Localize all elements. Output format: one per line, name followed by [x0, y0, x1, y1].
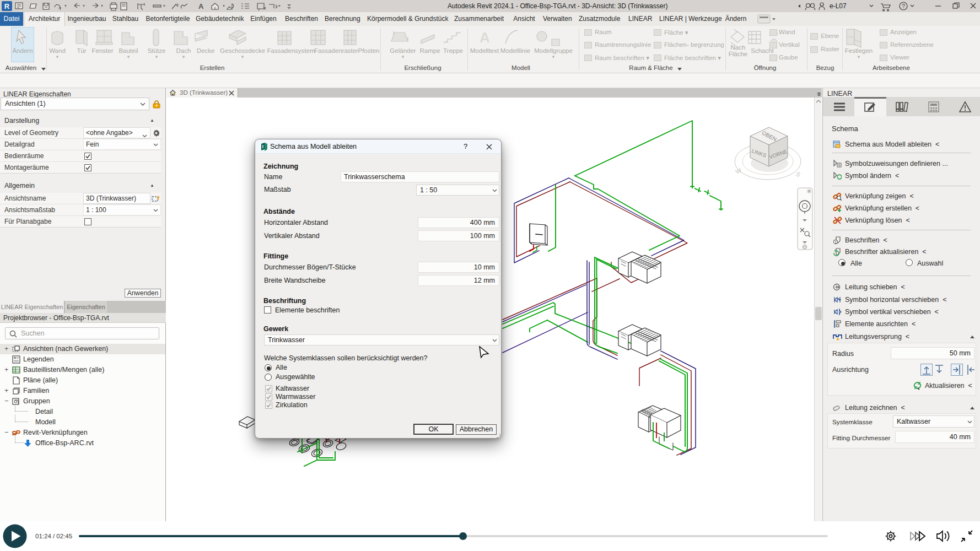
svg-text:1: 1: [834, 240, 837, 244]
svg-text:Autodesk Revit 2024.1 - Office: Autodesk Revit 2024.1 - Office-Bsp-TGA.r…: [448, 2, 667, 10]
svg-text:A: A: [480, 29, 490, 46]
svg-text:01:24 / 02:45: 01:24 / 02:45: [35, 533, 72, 539]
svg-text:S: S: [795, 170, 801, 178]
svg-text:?: ?: [902, 3, 905, 9]
svg-text:R: R: [4, 2, 10, 10]
svg-text:W: W: [734, 166, 742, 175]
svg-text:A: A: [198, 2, 204, 10]
svg-text:e-L07: e-L07: [830, 2, 847, 10]
